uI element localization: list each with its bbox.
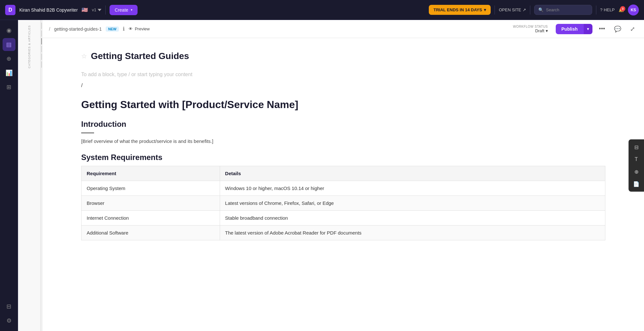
content-heading-1: Getting Started with [Product/Service Na…	[81, 99, 605, 111]
rp-layout-icon[interactable]: ⊟	[630, 141, 642, 153]
scroll-indicator	[41, 46, 42, 52]
ellipsis-icon: •••	[599, 25, 605, 32]
nav-divider-3	[530, 5, 530, 15]
app-body: ◉ ▤ ⊕ 📊 ⊞ ⊟ ⚙ CATEGORIES & ARTICLES	[0, 20, 644, 331]
left-sidebar: ◉ ▤ ⊕ 📊 ⊞ ⊟ ⚙	[0, 20, 18, 331]
table-col-requirement: Requirement	[82, 166, 220, 181]
scroll-indicator	[41, 54, 42, 60]
new-badge: NEW	[106, 26, 119, 32]
flag-icon: 🇺🇸	[82, 7, 88, 13]
eye-icon: 👁	[129, 26, 133, 31]
breadcrumb-slug: getting-started-guides-1	[54, 26, 102, 32]
rp-text-icon[interactable]: T	[630, 154, 642, 165]
hr-divider	[81, 133, 94, 133]
workflow-status-value: Draft	[535, 28, 544, 33]
scroll-indicator-active	[41, 38, 42, 45]
sidebar-item-content[interactable]: ▤	[3, 38, 15, 51]
nav-divider	[105, 5, 106, 15]
brand-name: Kiran Shahid B2B Copywriter	[19, 7, 78, 13]
system-requirements-table: Requirement Details Operating SystemWind…	[81, 166, 605, 240]
comment-icon: 💬	[614, 26, 621, 32]
preview-button[interactable]: 👁 Preview	[129, 26, 149, 31]
table-cell-req: Operating System	[82, 181, 220, 196]
scroll-indicator	[41, 61, 42, 68]
expand-button[interactable]: ⤢	[628, 24, 638, 34]
workflow-area: WORKFLOW STATUS Draft ▾	[513, 25, 548, 33]
notification-badge: 3	[620, 6, 625, 11]
more-options-button[interactable]: •••	[596, 24, 608, 34]
chevron-down-icon: ▾	[131, 8, 132, 12]
content-heading-intro: Introduction	[81, 120, 605, 129]
publish-dropdown-button[interactable]: ▾	[583, 24, 592, 34]
rp-add-icon[interactable]: ⊕	[630, 166, 642, 177]
main-wrapper: CATEGORIES & ARTICLES / getting-started-…	[18, 20, 644, 331]
app-logo[interactable]: D	[5, 5, 15, 15]
avatar-initials: KS	[631, 8, 636, 12]
rp-file-icon[interactable]: 📄	[630, 178, 642, 190]
chevron-down-icon: ▾	[484, 7, 486, 12]
comment-button[interactable]: 💬	[611, 24, 624, 34]
trial-button[interactable]: TRIAL ENDS IN 14 DAYS ▾	[429, 5, 491, 15]
table-col-details: Details	[220, 166, 605, 181]
nav-divider-4	[596, 5, 596, 15]
user-avatar[interactable]: KS	[628, 5, 639, 15]
sidebar-item-modules[interactable]: ⊟	[3, 300, 15, 313]
help-label: HELP	[604, 7, 615, 12]
scroll-indicator	[41, 30, 42, 37]
trial-label: TRIAL ENDS IN 14 DAYS	[433, 7, 482, 12]
secondary-sidebar-container: CATEGORIES & ARTICLES	[18, 20, 43, 331]
notifications-button[interactable]: 🔔 3	[619, 7, 624, 12]
open-site-button[interactable]: OPEN SITE ↗	[499, 7, 526, 12]
secondary-sidebar: CATEGORIES & ARTICLES	[18, 20, 41, 331]
page-title: Getting Started Guides	[91, 51, 189, 61]
editor-placeholder: To add a block, type / or start typing y…	[81, 72, 605, 77]
create-button[interactable]: Create ▾	[110, 5, 138, 15]
table-cell-details: Latest versions of Chrome, Firefox, Safa…	[220, 196, 605, 211]
table-cell-details: Windows 10 or higher, macOS 10.14 or hig…	[220, 181, 605, 196]
open-site-label: OPEN SITE	[499, 7, 521, 12]
search-icon: 🔍	[538, 7, 543, 12]
external-link-icon: ↗	[523, 7, 526, 12]
right-panel: ⊟ T ⊕ 📄	[629, 139, 644, 192]
search-placeholder: Search	[546, 7, 559, 12]
help-circle-icon: ?	[600, 7, 602, 12]
publish-btn-group: Publish ▾	[556, 24, 593, 34]
table-row: Operating SystemWindows 10 or higher, ma…	[82, 181, 605, 196]
preview-label: Preview	[135, 26, 149, 31]
chevron-down-icon: ▾	[546, 28, 548, 33]
info-icon[interactable]: ℹ	[123, 26, 125, 32]
editor-toolbar: / getting-started-guides-1 NEW ℹ 👁 Previ…	[43, 20, 644, 38]
page-title-area: ☆ Getting Started Guides	[81, 51, 605, 61]
slash-cursor: /	[81, 83, 605, 88]
sidebar-item-settings[interactable]: ⚙	[3, 314, 15, 327]
table-row: BrowserLatest versions of Chrome, Firefo…	[82, 196, 605, 211]
categories-label: CATEGORIES & ARTICLES	[28, 25, 31, 68]
help-button[interactable]: ? HELP	[600, 7, 615, 12]
content-heading-sysreq: System Requirements	[81, 153, 605, 162]
workflow-label: WORKFLOW STATUS	[513, 25, 548, 28]
table-cell-req: Additional Software	[82, 226, 220, 240]
chevron-down-icon	[98, 8, 101, 12]
version-selector[interactable]: v1	[92, 7, 101, 12]
nav-divider-2	[495, 5, 495, 15]
editor-content[interactable]: ☆ Getting Started Guides To add a block,…	[43, 38, 644, 331]
scroll-strip	[41, 20, 43, 331]
intro-text: [Brief overview of what the product/serv…	[81, 138, 605, 144]
search-box[interactable]: 🔍 Search	[534, 5, 592, 15]
sidebar-item-integrations[interactable]: ⊕	[3, 52, 15, 65]
logo-text: D	[8, 7, 12, 13]
table-row: Additional SoftwareThe latest version of…	[82, 226, 605, 240]
sidebar-item-home[interactable]: ◉	[3, 24, 15, 37]
top-nav: D Kiran Shahid B2B Copywriter 🇺🇸 v1 Crea…	[0, 0, 644, 20]
editor-container: / getting-started-guides-1 NEW ℹ 👁 Previ…	[43, 20, 644, 331]
table-row: Internet ConnectionStable broadband conn…	[82, 211, 605, 226]
workflow-status-selector[interactable]: Draft ▾	[535, 28, 548, 33]
create-label: Create	[115, 7, 128, 13]
table-cell-req: Browser	[82, 196, 220, 211]
star-button[interactable]: ☆	[81, 52, 87, 60]
sidebar-item-widgets[interactable]: ⊞	[3, 81, 15, 94]
table-cell-details: The latest version of Adobe Acrobat Read…	[220, 226, 605, 240]
publish-button[interactable]: Publish	[556, 24, 584, 34]
scroll-indicator	[41, 23, 42, 29]
sidebar-item-analytics[interactable]: 📊	[3, 66, 15, 79]
